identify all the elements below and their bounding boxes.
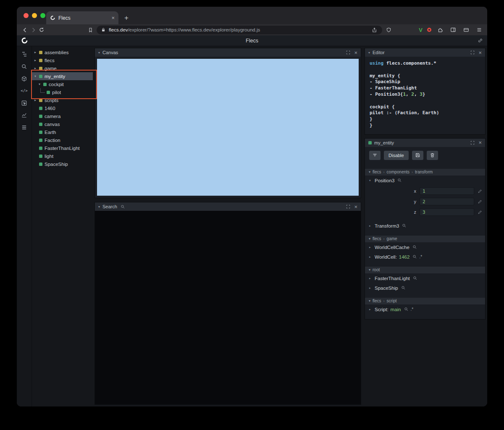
close-panel-icon[interactable]: ×	[354, 50, 357, 55]
zoom-window-button[interactable]	[40, 13, 45, 18]
expand-panel-icon[interactable]	[470, 50, 475, 55]
share-link-icon[interactable]	[478, 38, 483, 43]
tree-view-icon[interactable]	[21, 50, 28, 58]
edit-pencil-icon[interactable]	[478, 210, 482, 215]
edit-pencil-icon[interactable]	[478, 189, 482, 194]
tab-close-icon[interactable]: ×	[111, 15, 115, 21]
close-window-button[interactable]	[24, 13, 29, 18]
new-tab-button[interactable]: +	[124, 14, 129, 22]
tree-collapse-icon[interactable]: ▾	[39, 82, 43, 86]
tree-item-assemblies[interactable]: ▸assemblies	[32, 48, 93, 56]
tree-collapse-icon[interactable]: ▾	[34, 74, 39, 78]
inspector-section-root[interactable]: ▾root	[365, 267, 485, 273]
inspector-item-Script[interactable]: ▸Script:main .*	[365, 304, 485, 314]
code-icon[interactable]: </>	[21, 87, 28, 94]
expand-panel-icon[interactable]	[346, 205, 350, 209]
code-editor[interactable]: using flecs.components.* my_entity { - S…	[365, 57, 485, 134]
inspector-item-WorldCellCache[interactable]: ▸WorldCellCache	[365, 242, 485, 252]
search-icon[interactable]	[401, 286, 406, 290]
chevron-down-icon[interactable]: ▾	[98, 51, 100, 55]
search-icon[interactable]	[397, 178, 402, 183]
record-extension-icon[interactable]	[427, 28, 431, 32]
tree-item-light[interactable]: light	[32, 152, 93, 160]
tree-expand-icon[interactable]: ▸	[34, 98, 39, 102]
minimize-window-button[interactable]	[32, 13, 37, 18]
vimium-extension-icon[interactable]: V	[419, 27, 423, 33]
delete-button[interactable]	[427, 151, 438, 160]
search-icon[interactable]	[412, 254, 417, 259]
tree-item-Faction[interactable]: Faction	[32, 136, 93, 144]
tree-item-flecs[interactable]: ▸flecs	[32, 56, 93, 64]
close-panel-icon[interactable]: ×	[354, 204, 357, 210]
shield-icon[interactable]	[384, 26, 393, 34]
tree-item-my_entity[interactable]: ▾my_entity	[32, 72, 93, 80]
inspector-section-flecs-game[interactable]: ▾flecs›game	[365, 236, 485, 242]
inspector-item-FasterThanLight[interactable]: ▸FasterThanLight	[365, 273, 485, 283]
chevron-right-icon[interactable]: ▸	[369, 277, 373, 280]
save-button[interactable]	[412, 151, 423, 160]
search-panel-header: ▾ Search ×	[95, 202, 361, 211]
wallet-icon[interactable]	[462, 26, 470, 34]
x-value-input[interactable]	[420, 187, 474, 195]
inspector-item-Transform3[interactable]: ▸Transform3	[365, 221, 485, 231]
inspector-item-WorldCell[interactable]: ▸WorldCell:1462 .*	[365, 252, 485, 262]
bookmark-icon[interactable]	[86, 26, 94, 34]
tree-item-cockpit[interactable]: ▾cockpit	[32, 80, 93, 88]
tree-item-game[interactable]: ▸game	[32, 64, 93, 72]
tree-item-scripts[interactable]: ▸scripts	[32, 96, 93, 104]
extensions-puzzle-icon[interactable]	[436, 26, 444, 34]
menu-icon[interactable]	[475, 26, 483, 34]
chevron-right-icon[interactable]: ▸	[369, 286, 373, 290]
share-icon[interactable]	[370, 26, 378, 34]
filter-button[interactable]	[369, 151, 381, 160]
z-value-input[interactable]	[420, 208, 474, 216]
chevron-right-icon[interactable]: ▸	[369, 255, 373, 259]
tree-item-1460[interactable]: 1460	[32, 104, 93, 112]
stats-chart-icon[interactable]	[21, 111, 28, 119]
code-line: pilot :- (Faction, Earth)	[370, 110, 480, 116]
search-icon[interactable]	[21, 63, 28, 70]
tree-expand-icon[interactable]: ▸	[34, 50, 39, 54]
chevron-down-icon[interactable]: ▾	[369, 179, 373, 182]
inspector-section-flecs-components-transform[interactable]: ▾flecs›components›transform	[365, 169, 485, 176]
inspector-item-Position3[interactable]: ▾Position3	[365, 176, 485, 185]
chevron-right-icon[interactable]: ▸	[369, 224, 373, 228]
search-icon[interactable]	[412, 245, 417, 249]
edit-pencil-icon[interactable]	[478, 199, 482, 204]
queries-rows-icon[interactable]	[21, 123, 28, 131]
chevron-down-icon[interactable]: ▾	[98, 205, 100, 209]
chevron-down-icon: ▾	[369, 170, 370, 174]
forward-button[interactable]	[29, 26, 37, 34]
tree-expand-icon[interactable]: ▸	[34, 58, 39, 62]
close-panel-icon[interactable]: ×	[478, 50, 482, 55]
search-icon[interactable]	[402, 223, 407, 228]
tree-item-camera[interactable]: camera	[32, 112, 93, 120]
entities-cube-icon[interactable]	[21, 75, 28, 82]
disable-button[interactable]: Disable	[384, 151, 409, 160]
reload-button[interactable]	[37, 26, 46, 34]
browser-tab[interactable]: Flecs ×	[46, 11, 118, 24]
search-icon[interactable]	[413, 276, 417, 281]
canvas-viewport[interactable]	[97, 59, 359, 196]
tree-item-Earth[interactable]: Earth	[32, 128, 93, 136]
back-button[interactable]	[21, 26, 29, 34]
tree-item-pilot[interactable]: pilot	[32, 88, 93, 96]
inspector-item-SpaceShip[interactable]: ▸SpaceShip	[365, 283, 485, 293]
sidebar-toggle-icon[interactable]	[449, 26, 457, 34]
expand-panel-icon[interactable]	[346, 50, 350, 55]
address-bar[interactable]: flecs.dev/explorer/?wasm=https://www.fle…	[97, 26, 382, 34]
chevron-down-icon[interactable]: ▾	[368, 51, 370, 55]
chevron-right-icon[interactable]: ▸	[369, 246, 373, 249]
search-icon[interactable]	[404, 307, 409, 312]
y-value-input[interactable]	[420, 198, 474, 205]
tree-expand-icon[interactable]: ▸	[34, 66, 39, 70]
tree-item-SpaceShip[interactable]: SpaceShip	[32, 160, 93, 168]
tree-item-FasterThanLight[interactable]: FasterThanLight	[32, 144, 93, 152]
expand-panel-icon[interactable]	[470, 141, 475, 145]
inspector-section-flecs-script[interactable]: ▾flecs›script	[365, 298, 485, 304]
entity-color-icon	[39, 67, 42, 70]
close-panel-icon[interactable]: ×	[478, 140, 482, 145]
inspector-icon[interactable]	[21, 99, 28, 107]
tree-item-canvas[interactable]: canvas	[32, 120, 93, 128]
chevron-right-icon[interactable]: ▸	[369, 308, 373, 311]
